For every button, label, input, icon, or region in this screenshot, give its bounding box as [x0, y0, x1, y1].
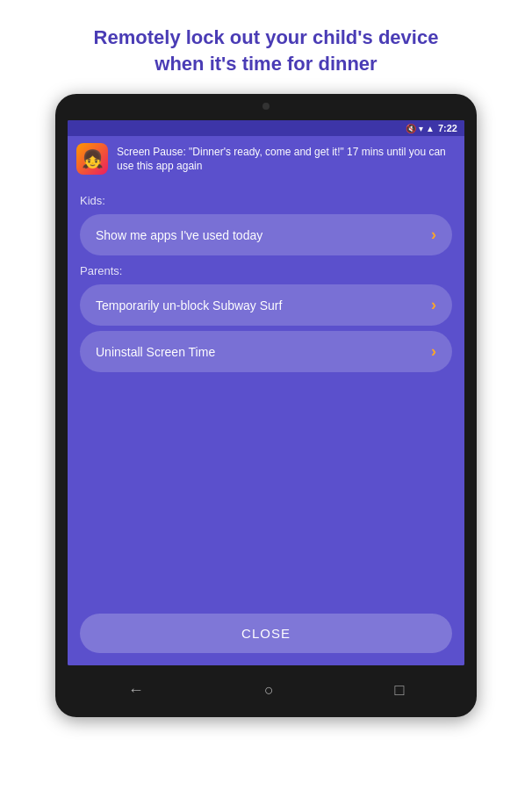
- nav-recent-button[interactable]: [377, 678, 421, 703]
- headline-line2: when it's time for dinner: [155, 53, 377, 75]
- parents-section-label: Parents:: [80, 264, 452, 277]
- parents-item-1-text: Temporarily un-block Subway Surf: [96, 298, 282, 312]
- app-emoji: 👧: [82, 148, 104, 169]
- nav-back-button[interactable]: [111, 678, 162, 703]
- tablet-camera: [262, 103, 270, 110]
- parents-menu-item-1[interactable]: Temporarily un-block Subway Surf ›: [80, 284, 452, 326]
- status-bar: 🔇 ▾ ▲ 7:22: [68, 120, 464, 136]
- mute-icon: 🔇: [406, 124, 416, 133]
- kids-item-1-chevron: ›: [431, 226, 436, 244]
- nav-bar: [68, 671, 464, 708]
- close-button[interactable]: CLOSE: [80, 614, 452, 653]
- status-icons: 🔇 ▾ ▲: [406, 124, 435, 133]
- parents-item-1-chevron: ›: [431, 296, 436, 314]
- wifi-icon: ▾: [419, 124, 423, 133]
- kids-section-label: Kids:: [80, 194, 452, 207]
- app-icon: 👧: [76, 143, 108, 175]
- content-area: Kids: Show me apps I've used today › Par…: [68, 182, 464, 605]
- kids-item-1-text: Show me apps I've used today: [96, 228, 262, 242]
- bottom-btn-area: CLOSE: [68, 605, 464, 665]
- tablet-screen: 🔇 ▾ ▲ 7:22 👧 Screen Pause: "Dinner's rea…: [68, 120, 464, 665]
- tablet-device: 🔇 ▾ ▲ 7:22 👧 Screen Pause: "Dinner's rea…: [55, 94, 477, 717]
- parents-item-2-text: Uninstall Screen Time: [96, 345, 215, 359]
- signal-icon: ▲: [426, 124, 435, 133]
- parents-item-2-chevron: ›: [431, 342, 436, 361]
- notification-bar: 👧 Screen Pause: "Dinner's ready, come an…: [68, 136, 464, 182]
- kids-menu-item-1[interactable]: Show me apps I've used today ›: [80, 214, 452, 255]
- parents-menu-item-2[interactable]: Uninstall Screen Time ›: [80, 331, 452, 372]
- headline-line1: Remotely lock out your child's device: [94, 26, 439, 48]
- status-time: 7:22: [438, 123, 457, 133]
- page-headline: Remotely lock out your child's device wh…: [59, 0, 474, 94]
- notification-text: Screen Pause: "Dinner's ready, come and …: [117, 145, 456, 175]
- nav-home-button[interactable]: [247, 678, 291, 703]
